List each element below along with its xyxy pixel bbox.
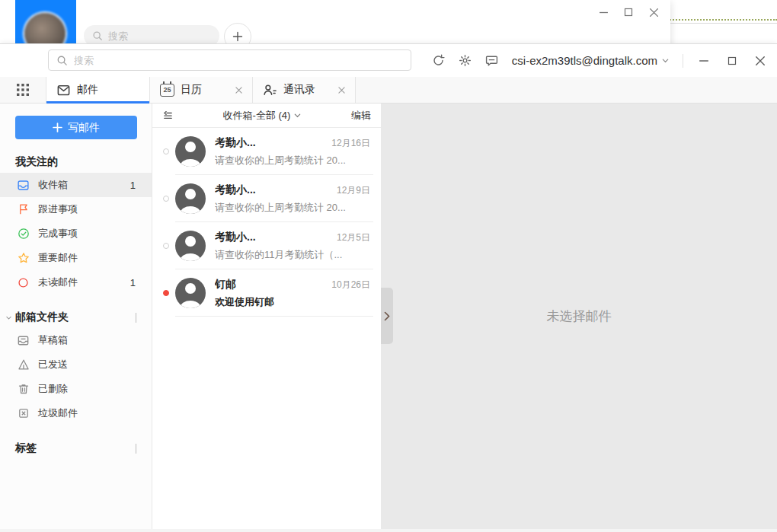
reading-pane: 未选择邮件	[381, 104, 777, 529]
contacts-icon	[263, 83, 277, 97]
bg-maximize-button[interactable]	[621, 5, 636, 20]
feedback-chat-icon[interactable]	[485, 54, 499, 68]
chevron-down-icon	[661, 56, 670, 65]
read-indicator[interactable]	[163, 148, 169, 155]
mail-list: 收件箱-全部 (4) 编辑 考勤小...12月16日 请查收你的上周考勤统计 2…	[152, 104, 381, 529]
mail-date: 12月9日	[331, 184, 370, 197]
mail-list-item[interactable]: 考勤小...12月16日 请查收你的上周考勤统计 20...	[152, 128, 381, 175]
tab-strip: 邮件 25 日历 通讯录	[0, 77, 777, 104]
tab-mail[interactable]: 邮件	[46, 77, 150, 103]
chevron-down-icon	[293, 111, 302, 119]
tab-label: 邮件	[77, 83, 98, 97]
bg-close-button[interactable]	[646, 5, 661, 20]
window-bottom-strip	[0, 529, 777, 532]
empty-state-text: 未选择邮件	[547, 307, 612, 325]
mail-subject: 欢迎使用钉邮	[215, 295, 370, 309]
sidebar-item-drafts[interactable]: 草稿箱	[0, 328, 152, 352]
plus-icon	[232, 30, 244, 43]
tab-contacts[interactable]: 通讯录	[253, 77, 356, 103]
search-icon	[56, 55, 68, 66]
mail-subject: 请查收你的11月考勤统计（...	[215, 248, 370, 262]
section-title-focus: 我关注的	[15, 155, 136, 169]
read-indicator[interactable]	[163, 196, 169, 202]
sidebar-item-deleted[interactable]: 已删除	[0, 377, 152, 401]
sidebar-item-followup[interactable]: 跟进事项	[0, 197, 152, 221]
unread-count-badge: 1	[130, 277, 136, 288]
sender-avatar	[175, 278, 206, 308]
apps-grid-button[interactable]	[0, 77, 46, 103]
sidebar-item-done[interactable]: 完成事项	[0, 221, 152, 246]
check-circle-icon	[17, 228, 30, 241]
section-title-folders[interactable]: 邮箱文件夹	[15, 311, 136, 324]
sidebar-item-sent[interactable]: 已发送	[0, 352, 152, 377]
mail-date: 12月16日	[325, 137, 370, 150]
minimize-button[interactable]	[696, 53, 711, 68]
grid-icon	[16, 83, 30, 97]
mail-date: 12月5日	[331, 231, 370, 244]
inbox-icon	[17, 179, 30, 192]
sender-avatar	[175, 231, 206, 261]
mail-window: csi-ex2m39tls@dingtalk.com	[0, 43, 777, 532]
star-icon	[17, 252, 30, 265]
tab-close-icon[interactable]	[338, 87, 345, 94]
chevron-down-icon	[5, 314, 12, 321]
maximize-button[interactable]	[724, 53, 740, 68]
edit-button[interactable]: 编辑	[351, 109, 371, 123]
sender-avatar	[175, 136, 206, 167]
tab-label: 通讯录	[283, 83, 315, 97]
search-icon	[92, 30, 103, 41]
mail-date: 10月26日	[325, 279, 370, 291]
background-search-input[interactable]	[108, 30, 200, 42]
drafts-icon	[17, 334, 30, 347]
read-indicator[interactable]	[163, 243, 169, 249]
unread-count-badge: 1	[130, 180, 136, 191]
expand-list-handle[interactable]	[381, 288, 393, 344]
read-indicator[interactable]	[163, 290, 169, 296]
mail-list-item[interactable]: 考勤小...12月5日 请查收你的11月考勤统计（...	[152, 222, 381, 269]
account-email: csi-ex2m39tls@dingtalk.com	[512, 54, 657, 67]
sidebar-item-important[interactable]: 重要邮件	[0, 246, 152, 270]
calendar-icon: 25	[160, 84, 174, 97]
titlebar-divider	[683, 54, 683, 68]
collapse-list-icon[interactable]	[162, 110, 174, 121]
tab-close-icon[interactable]	[235, 87, 242, 94]
trash-icon	[17, 383, 30, 396]
mail-sidebar: 写邮件 我关注的 收件箱 1 跟进事项	[0, 104, 152, 529]
plus-icon	[53, 123, 62, 132]
flag-icon	[17, 203, 30, 216]
account-switcher[interactable]: csi-ex2m39tls@dingtalk.com	[512, 54, 670, 67]
mail-list-header: 收件箱-全部 (4) 编辑	[152, 104, 381, 128]
sender-avatar	[175, 183, 206, 214]
mail-titlebar: csi-ex2m39tls@dingtalk.com	[0, 44, 777, 77]
refresh-icon[interactable]	[432, 54, 446, 68]
sidebar-item-unread[interactable]: 未读邮件 1	[0, 270, 152, 295]
sidebar-item-inbox[interactable]: 收件箱 1	[0, 173, 152, 197]
tab-calendar[interactable]: 25 日历	[150, 77, 253, 103]
section-divider	[136, 313, 136, 323]
mail-list-item[interactable]: 考勤小...12月9日 请查收你的上周考勤统计 20...	[152, 175, 381, 222]
circle-icon	[17, 276, 30, 289]
folder-filter-dropdown[interactable]: 收件箱-全部 (4)	[174, 109, 351, 123]
tab-label: 日历	[181, 83, 202, 97]
mail-search-box[interactable]	[48, 49, 411, 71]
mail-list-item[interactable]: 钉邮10月26日 欢迎使用钉邮	[152, 269, 381, 317]
section-title-tags[interactable]: 标签	[15, 441, 136, 455]
section-divider	[136, 444, 136, 454]
settings-gear-icon[interactable]	[459, 54, 472, 68]
close-button[interactable]	[753, 53, 768, 68]
mail-subject: 请查收你的上周考勤统计 20...	[215, 154, 370, 167]
compose-button[interactable]: 写邮件	[15, 116, 137, 139]
sidebar-item-spam[interactable]: 垃圾邮件	[0, 401, 152, 425]
mail-subject: 请查收你的上周考勤统计 20...	[215, 201, 370, 215]
spam-icon	[17, 407, 30, 420]
bg-minimize-button[interactable]	[596, 5, 611, 20]
mail-icon	[56, 83, 71, 97]
send-icon	[17, 358, 30, 371]
chevron-right-icon	[384, 311, 390, 321]
mail-search-input[interactable]	[74, 55, 363, 66]
